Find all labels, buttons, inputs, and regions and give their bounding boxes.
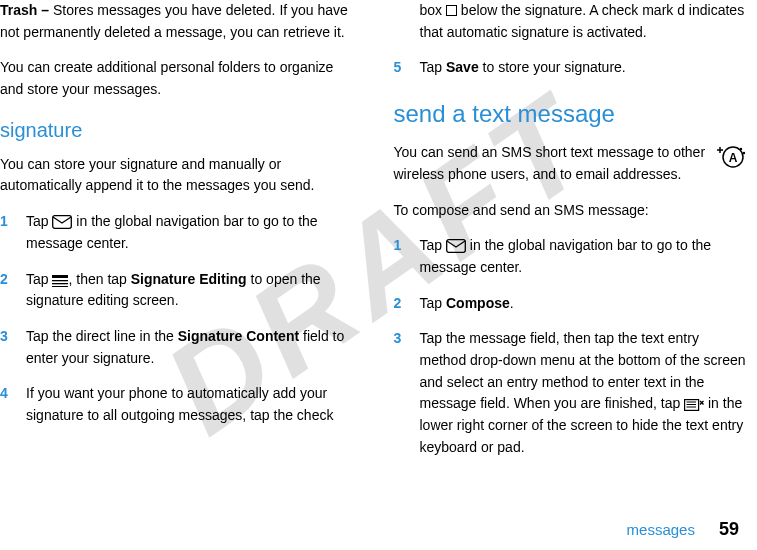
step-number: 3 bbox=[394, 328, 420, 458]
step-number: 1 bbox=[0, 211, 26, 254]
bold-compose: Compose bbox=[446, 295, 510, 311]
sig-step-4: 4 If you want your phone to automaticall… bbox=[0, 383, 354, 426]
svg-rect-2 bbox=[52, 280, 68, 281]
signature-steps: 1 Tap in the global navigation bar to go… bbox=[0, 211, 354, 427]
checkbox-empty-icon bbox=[446, 5, 457, 16]
sig-step-3: 3 Tap the direct line in the Signature C… bbox=[0, 326, 354, 369]
left-column: Trash – Stores messages you have deleted… bbox=[0, 0, 354, 473]
step-number: 4 bbox=[0, 383, 26, 426]
heading-send-text: send a text message bbox=[394, 95, 748, 132]
svg-rect-4 bbox=[52, 286, 68, 287]
step-body: If you want your phone to automatically … bbox=[26, 383, 354, 426]
step-body: Tap Save to store your signature. bbox=[420, 57, 748, 79]
sms-step-3: 3 Tap the message field, then tap the te… bbox=[394, 328, 748, 458]
right-column: box below the signature. A check mark d … bbox=[394, 0, 748, 473]
menu-icon bbox=[52, 275, 68, 287]
step-body: Tap in the global navigation bar to go t… bbox=[26, 211, 354, 254]
sms-step-1: 1 Tap in the global navigation bar to go… bbox=[394, 235, 748, 278]
step-body: Tap the direct line in the Signature Con… bbox=[26, 326, 354, 369]
step4-continuation: box below the signature. A check mark d … bbox=[394, 0, 748, 43]
svg-point-8 bbox=[743, 152, 745, 154]
trash-label: Trash – bbox=[0, 2, 49, 18]
footer-section-label: messages bbox=[627, 521, 695, 538]
bold-signature-editing: Signature Editing bbox=[131, 271, 247, 287]
sms-steps: 1 Tap in the global navigation bar to go… bbox=[394, 235, 748, 458]
trash-paragraph: Trash – Stores messages you have deleted… bbox=[0, 0, 354, 43]
keyboard-close-icon bbox=[684, 399, 704, 411]
heading-signature: signature bbox=[0, 115, 354, 146]
signature-steps-cont: 5 Tap Save to store your signature. bbox=[394, 57, 748, 79]
step-number: 2 bbox=[394, 293, 420, 315]
svg-rect-1 bbox=[52, 275, 68, 278]
svg-point-7 bbox=[740, 148, 742, 150]
step-number: 3 bbox=[0, 326, 26, 369]
step-body: Tap in the global navigation bar to go t… bbox=[420, 235, 748, 278]
step-body: Tap Compose. bbox=[420, 293, 748, 315]
sig-step-2: 2 Tap , then tap Signature Editing to op… bbox=[0, 269, 354, 312]
sms-a-icon: A bbox=[715, 142, 747, 179]
step-number: 5 bbox=[394, 57, 420, 79]
sms-step-2: 2 Tap Compose. bbox=[394, 293, 748, 315]
sms-intro: You can send an SMS short text message t… bbox=[394, 142, 748, 185]
bold-signature-content: Signature Content bbox=[178, 328, 299, 344]
sig-step-5: 5 Tap Save to store your signature. bbox=[394, 57, 748, 79]
step-body: Tap the message field, then tap the text… bbox=[420, 328, 748, 458]
page-footer: messages59 bbox=[627, 516, 739, 544]
sig-step-1: 1 Tap in the global navigation bar to go… bbox=[0, 211, 354, 254]
svg-rect-9 bbox=[447, 240, 466, 253]
signature-intro: You can store your signature and manuall… bbox=[0, 154, 354, 197]
footer-page-number: 59 bbox=[719, 519, 739, 539]
step-body: Tap , then tap Signature Editing to open… bbox=[26, 269, 354, 312]
page-columns: Trash – Stores messages you have deleted… bbox=[0, 0, 757, 473]
folders-note: You can create additional personal folde… bbox=[0, 57, 354, 100]
trash-desc: Stores messages you have deleted. If you… bbox=[0, 2, 348, 40]
envelope-icon bbox=[446, 239, 466, 253]
bold-save: Save bbox=[446, 59, 479, 75]
svg-rect-3 bbox=[52, 283, 68, 284]
svg-rect-0 bbox=[53, 216, 72, 229]
envelope-icon bbox=[52, 215, 72, 229]
sms-compose-lead: To compose and send an SMS message: bbox=[394, 200, 748, 222]
step-number: 2 bbox=[0, 269, 26, 312]
step-number: 1 bbox=[394, 235, 420, 278]
svg-text:A: A bbox=[729, 151, 738, 165]
